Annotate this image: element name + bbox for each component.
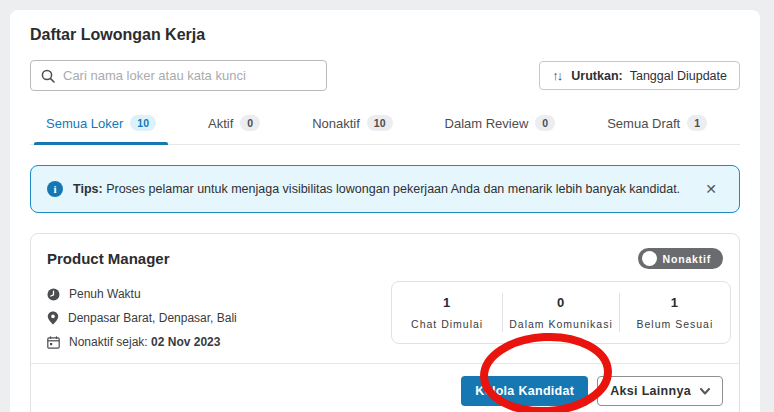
stat-value: 0 <box>509 295 613 310</box>
tab-aktif[interactable]: Aktif 0 <box>206 109 262 144</box>
tips-text: Tips: Proses pelamar untuk menjaga visib… <box>73 182 689 196</box>
tab-nonaktif[interactable]: Nonaktif 10 <box>310 109 394 144</box>
employment-type-row: Penuh Waktu <box>47 287 237 301</box>
page-title: Daftar Lowongan Kerja <box>30 26 740 44</box>
chevron-down-icon <box>700 388 710 395</box>
tab-dalam-review[interactable]: Dalam Review 0 <box>443 109 558 144</box>
search-icon <box>41 69 55 83</box>
status-toggle[interactable]: Nonaktif <box>638 248 723 269</box>
tab-count-badge: 10 <box>130 115 156 131</box>
sort-button[interactable]: ↑↓ Urutkan: Tanggal Diupdate <box>539 61 740 90</box>
sort-label: Urutkan: <box>571 69 622 83</box>
tab-count-badge: 10 <box>367 115 393 131</box>
stat-dalam-komunikasi: 0 Dalam Komunikasi <box>502 293 619 332</box>
aksi-lainnya-button[interactable]: Aksi Lainnya <box>597 376 723 406</box>
location: Denpasar Barat, Denpasar, Bali <box>68 311 237 325</box>
inactive-since-date: 02 Nov 2023 <box>151 335 220 349</box>
tab-label: Dalam Review <box>445 116 529 131</box>
candidate-stats-box: 1 Chat Dimulai 0 Dalam Komunikasi 1 Belu… <box>391 281 731 344</box>
stat-value: 1 <box>398 295 496 310</box>
job-card-header: Product Manager Nonaktif <box>31 234 739 273</box>
inactive-since: Nonaktif sejak: 02 Nov 2023 <box>69 335 220 349</box>
job-list-panel: Daftar Lowongan Kerja ↑↓ Urutkan: Tangga… <box>10 10 760 412</box>
tab-count-badge: 0 <box>240 115 260 131</box>
tab-label: Aktif <box>208 116 233 131</box>
search-input[interactable] <box>63 68 316 83</box>
stat-label: Dalam Komunikasi <box>509 318 613 330</box>
job-card: Product Manager Nonaktif Penuh Waktu <box>30 233 740 412</box>
employment-type: Penuh Waktu <box>69 287 141 301</box>
tips-message: Proses pelamar untuk menjaga visibilitas… <box>106 182 680 196</box>
toolbar: ↑↓ Urutkan: Tanggal Diupdate <box>30 60 740 91</box>
stat-value: 1 <box>626 295 724 310</box>
aksi-lainnya-label: Aksi Lainnya <box>610 384 691 398</box>
sort-arrows-icon: ↑↓ <box>552 68 564 83</box>
job-card-body: Penuh Waktu Denpasar Barat, Denpasar, Ba… <box>31 273 739 363</box>
calendar-icon <box>47 336 60 349</box>
close-icon[interactable]: ✕ <box>699 179 723 199</box>
location-row: Denpasar Barat, Denpasar, Bali <box>47 311 237 325</box>
tips-banner: i Tips: Proses pelamar untuk menjaga vis… <box>30 165 740 213</box>
tab-count-badge: 1 <box>687 115 707 131</box>
job-details: Penuh Waktu Denpasar Barat, Denpasar, Ba… <box>47 281 237 349</box>
job-card-footer: Kelola Kandidat Aksi Lainnya <box>31 363 739 412</box>
toggle-knob-icon <box>642 251 657 266</box>
tab-bar: Semua Loker 10 Aktif 0 Nonaktif 10 Dalam… <box>30 109 740 145</box>
location-icon <box>47 311 59 325</box>
search-box[interactable] <box>30 60 327 91</box>
status-toggle-label: Nonaktif <box>663 253 711 265</box>
tab-label: Nonaktif <box>312 116 360 131</box>
sort-value: Tanggal Diupdate <box>630 69 727 83</box>
stat-belum-sesuai: 1 Belum Sesuai <box>619 293 730 332</box>
tab-semua-loker[interactable]: Semua Loker 10 <box>44 109 158 144</box>
inactive-since-row: Nonaktif sejak: 02 Nov 2023 <box>47 335 237 349</box>
stat-label: Belum Sesuai <box>626 318 724 330</box>
kelola-kandidat-button[interactable]: Kelola Kandidat <box>461 376 588 406</box>
tab-count-badge: 0 <box>535 115 555 131</box>
info-icon: i <box>47 181 63 197</box>
tab-semua-draft[interactable]: Semua Draft 1 <box>605 109 709 144</box>
job-title: Product Manager <box>47 250 170 267</box>
tips-label: Tips: <box>73 182 103 196</box>
tab-label: Semua Draft <box>607 116 680 131</box>
clock-icon <box>47 288 60 301</box>
stat-chat-dimulai: 1 Chat Dimulai <box>392 293 502 332</box>
tab-label: Semua Loker <box>46 116 123 131</box>
stat-label: Chat Dimulai <box>398 318 496 330</box>
inactive-since-prefix: Nonaktif sejak: <box>69 335 151 349</box>
